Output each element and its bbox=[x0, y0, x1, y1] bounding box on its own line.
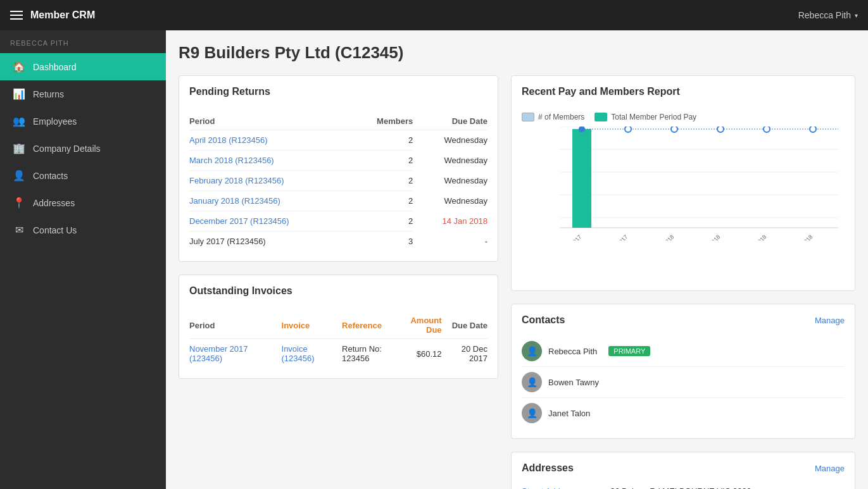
contact-item: 👤Rebecca PithPRIMARY bbox=[522, 336, 845, 367]
contact-name: Rebecca Pith bbox=[548, 347, 597, 356]
sidebar-label-contacts: Contacts bbox=[33, 171, 68, 181]
table-row: January 2018 (R123456)2Wednesday bbox=[189, 191, 487, 211]
svg-text:December 2017: December 2017 bbox=[596, 233, 629, 240]
avatar: 👤 bbox=[522, 372, 542, 392]
sidebar-item-dashboard[interactable]: 🏠 Dashboard bbox=[0, 53, 166, 80]
dot-jan bbox=[671, 127, 677, 132]
nav-left: Member CRM bbox=[10, 9, 95, 21]
members-cell: 2 bbox=[353, 191, 413, 211]
sidebar-label-employees: Employees bbox=[33, 116, 77, 127]
table-row: December 2017 (R123456)214 Jan 2018 bbox=[189, 211, 487, 232]
sidebar-item-returns[interactable]: 📊 Returns bbox=[0, 80, 166, 108]
period-cell[interactable]: February 2018 (R123456) bbox=[189, 171, 353, 191]
contact-name: Bowen Tawny bbox=[548, 378, 599, 387]
due-date-cell: 14 Jan 2018 bbox=[413, 211, 487, 232]
dot-feb bbox=[717, 127, 724, 132]
sidebar: REBECCA PITH 🏠 Dashboard 📊 Returns 👥 Emp… bbox=[0, 30, 166, 489]
table-row: April 2018 (R123456)2Wednesday bbox=[189, 130, 487, 151]
contact-name: Janet Talon bbox=[548, 409, 590, 418]
sidebar-label-company-details: Company Details bbox=[33, 144, 101, 154]
contacts-card: Contacts Manage 👤Rebecca PithPRIMARY👤Bow… bbox=[511, 304, 855, 439]
legend-members-label: # of Members bbox=[538, 113, 584, 121]
chart-title: Recent Pay and Members Report bbox=[522, 86, 845, 104]
period-cell[interactable]: March 2018 (R123456) bbox=[189, 151, 353, 171]
hamburger-menu[interactable] bbox=[10, 11, 23, 20]
addresses-title: Addresses bbox=[522, 462, 574, 474]
primary-badge: PRIMARY bbox=[608, 346, 650, 356]
inv-invoice[interactable]: Invoice (123456) bbox=[282, 339, 343, 369]
returns-icon: 📊 bbox=[13, 88, 25, 100]
period-cell[interactable]: December 2017 (R123456) bbox=[189, 211, 353, 232]
sidebar-label-returns: Returns bbox=[33, 89, 64, 99]
table-row: February 2018 (R123456)2Wednesday bbox=[189, 171, 487, 191]
contacts-manage-link[interactable]: Manage bbox=[815, 316, 845, 325]
addresses-icon: 📍 bbox=[13, 197, 25, 209]
legend-box-pay bbox=[594, 113, 607, 121]
inv-due-date: 20 Dec 2017 bbox=[442, 339, 487, 369]
legend-box-members bbox=[522, 113, 534, 121]
contact-item: 👤Janet Talon bbox=[522, 398, 845, 428]
period-cell[interactable]: April 2018 (R123456) bbox=[189, 130, 353, 151]
user-name: Rebecca Pith bbox=[798, 10, 851, 20]
svg-text:February 2018: February 2018 bbox=[691, 233, 721, 240]
dot-apr bbox=[810, 127, 816, 132]
address-row: Street Address26 Bakers Rd MELBOURNE VIC… bbox=[522, 481, 845, 489]
period-cell: July 2017 (R123456) bbox=[189, 232, 353, 252]
table-row: July 2017 (R123456)3- bbox=[189, 232, 487, 252]
sidebar-item-contact-us[interactable]: ✉ Contact Us bbox=[0, 216, 166, 244]
due-date-cell: Wednesday bbox=[413, 130, 487, 151]
pending-returns-title: Pending Returns bbox=[189, 86, 487, 104]
legend-members: # of Members bbox=[522, 113, 584, 121]
col-period: Period bbox=[189, 113, 353, 130]
legend-pay: Total Member Period Pay bbox=[594, 113, 696, 121]
sidebar-item-company-details[interactable]: 🏢 Company Details bbox=[0, 135, 166, 162]
sidebar-user-label: REBECCA PITH bbox=[0, 30, 166, 53]
svg-text:April 2018: April 2018 bbox=[791, 233, 814, 240]
sidebar-label-contact-us: Contact Us bbox=[33, 225, 77, 235]
pending-returns-table: Period Members Due Date April 2018 (R123… bbox=[189, 113, 487, 251]
members-cell: 3 bbox=[353, 232, 413, 252]
main-content: R9 Builders Pty Ltd (C12345) Pending Ret… bbox=[166, 30, 868, 489]
due-date-cell: Wednesday bbox=[413, 171, 487, 191]
members-cell: 2 bbox=[353, 130, 413, 151]
employees-icon: 👥 bbox=[13, 115, 25, 127]
app-title: Member CRM bbox=[30, 9, 95, 21]
sidebar-item-contacts[interactable]: 👤 Contacts bbox=[0, 162, 166, 189]
inv-reference: Return No: 123456 bbox=[342, 339, 410, 369]
contacts-title: Contacts bbox=[522, 314, 565, 326]
addresses-manage-link[interactable]: Manage bbox=[815, 464, 845, 473]
members-cell: 2 bbox=[353, 151, 413, 171]
contacts-icon: 👤 bbox=[13, 170, 25, 182]
dot-mar bbox=[764, 127, 770, 132]
chart-svg: 4000 3000 2000 1000 0 2.0 1.8 1.6 1.4 1.… bbox=[560, 127, 838, 240]
dot-dec bbox=[625, 127, 631, 132]
svg-text:November 2017: November 2017 bbox=[560, 233, 582, 240]
outstanding-invoices-title: Outstanding Invoices bbox=[189, 285, 487, 303]
sidebar-item-addresses[interactable]: 📍 Addresses bbox=[0, 189, 166, 216]
address-value: 26 Bakers Rd MELBOURNE VIC 3000 bbox=[610, 486, 752, 489]
addresses-header: Addresses Manage bbox=[522, 462, 845, 474]
sidebar-label-dashboard: Dashboard bbox=[33, 62, 77, 72]
inv-col-invoice: Invoice bbox=[282, 312, 343, 339]
col-due-date: Due Date bbox=[413, 113, 487, 130]
addresses-list: Street Address26 Bakers Rd MELBOURNE VIC… bbox=[522, 481, 845, 489]
bar-nov-2017 bbox=[572, 129, 591, 228]
contact-us-icon: ✉ bbox=[13, 224, 25, 236]
sidebar-item-employees[interactable]: 👥 Employees bbox=[0, 108, 166, 135]
chart-card: Recent Pay and Members Report # of Membe… bbox=[511, 75, 855, 291]
inv-period[interactable]: November 2017 (123456) bbox=[189, 339, 282, 369]
user-menu[interactable]: Rebecca Pith ▾ bbox=[798, 10, 858, 20]
table-row: March 2018 (R123456)2Wednesday bbox=[189, 151, 487, 171]
due-date-cell: - bbox=[413, 232, 487, 252]
contacts-header: Contacts Manage bbox=[522, 314, 845, 326]
outstanding-invoices-card: Outstanding Invoices Period Invoice Refe… bbox=[179, 275, 498, 379]
contact-item: 👤Bowen Tawny bbox=[522, 367, 845, 398]
avatar: 👤 bbox=[522, 341, 542, 361]
home-icon: 🏠 bbox=[13, 61, 25, 73]
due-date-cell: Wednesday bbox=[413, 191, 487, 211]
members-cell: 2 bbox=[353, 171, 413, 191]
pending-returns-card: Pending Returns Period Members Due Date … bbox=[179, 75, 498, 262]
company-icon: 🏢 bbox=[13, 142, 25, 154]
avatar: 👤 bbox=[522, 403, 542, 423]
period-cell[interactable]: January 2018 (R123456) bbox=[189, 191, 353, 211]
